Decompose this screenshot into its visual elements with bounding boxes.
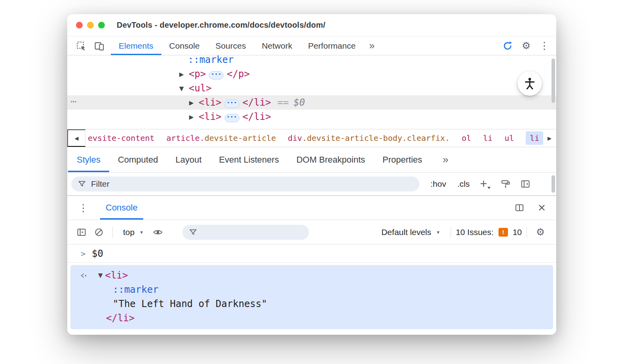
toggle-sidebar-button[interactable] — [521, 179, 530, 189]
inspect-icon — [76, 41, 86, 51]
toolbar-right-controls: ⚙ ⋮ — [498, 36, 556, 55]
accessibility-explorer-button[interactable] — [517, 71, 542, 96]
inline-expand-button[interactable]: ••• — [225, 114, 239, 122]
console-toolbar-right: Default levels ▼ 10 Issues: ! 10 ⚙ — [376, 227, 549, 238]
tab-sources[interactable]: Sources — [208, 36, 254, 55]
tab-network[interactable]: Network — [254, 36, 300, 55]
console-result-block[interactable]: ▼ <li> ::marker "The Left Hand of Darkne… — [70, 265, 553, 329]
expand-arrow-icon[interactable]: ▶ — [189, 96, 199, 110]
styles-toolbar: :hov .cls + — [67, 173, 556, 195]
clear-console-button[interactable] — [90, 224, 108, 240]
pseudo-element-label: ::marker — [188, 55, 234, 65]
eye-icon — [153, 227, 163, 237]
breadcrumb-item[interactable]: li — [483, 133, 493, 143]
console-settings-gear-icon[interactable]: ⚙ — [532, 227, 549, 237]
console-sidebar-button[interactable] — [73, 224, 90, 240]
console-toolbar: top ▼ Default levels ▼ — [67, 220, 556, 245]
console-evaluated-expression[interactable]: > $0 — [67, 245, 556, 263]
tab-dom-breakpoints[interactable]: DOM Breakpoints — [288, 147, 374, 172]
split-panel-icon — [515, 203, 524, 212]
toggle-hover-state-button[interactable]: :hov — [430, 179, 446, 189]
breadcrumb-scroll-left-icon[interactable]: ◀ — [67, 129, 85, 147]
accessibility-person-icon — [523, 77, 536, 90]
result-line-li-close[interactable]: </li> — [70, 311, 553, 325]
panel-tabs: Elements Console Sources Network Perform… — [111, 36, 380, 55]
tab-computed[interactable]: Computed — [109, 147, 167, 172]
result-line-text-node[interactable]: "The Left Hand of Darkness" — [70, 297, 553, 311]
breadcrumb-item-selected[interactable]: li — [526, 131, 543, 145]
collapse-arrow-icon[interactable]: ▼ — [98, 268, 103, 282]
screenshot-canvas: DevTools - developer.chrome.com/docs/dev… — [0, 0, 633, 364]
issues-count: 10 — [513, 228, 522, 237]
sync-icon — [502, 41, 513, 51]
dock-sidebar-icon — [521, 179, 530, 189]
breadcrumb-bar: ◀ evsite-content article.devsite-article… — [67, 129, 556, 147]
breadcrumb-item[interactable]: div.devsite-article-body.clearfix. — [288, 133, 450, 143]
tree-row-marker-pseudo[interactable]: ::marker — [67, 55, 556, 67]
filter-funnel-icon — [78, 180, 86, 188]
toggle-class-button[interactable]: .cls — [457, 179, 470, 189]
inspect-element-icon[interactable] — [72, 36, 90, 55]
create-live-expression-button[interactable] — [149, 224, 167, 240]
settings-gear-icon[interactable]: ⚙ — [517, 41, 535, 51]
device-toolbar-icon[interactable] — [90, 36, 108, 55]
drawer-tab-console[interactable]: Console — [100, 196, 143, 220]
rendering-emulation-button[interactable] — [501, 179, 510, 189]
tab-layout[interactable]: Layout — [167, 147, 210, 172]
breadcrumb-scroll-right-icon[interactable]: ▶ — [544, 130, 555, 146]
console-filter-input[interactable] — [202, 228, 303, 237]
issues-counter[interactable]: 10 Issues: ! 10 — [456, 228, 522, 237]
result-line-marker[interactable]: ::marker — [70, 282, 553, 297]
close-drawer-icon[interactable]: ✕ — [538, 203, 546, 213]
console-filter-field[interactable] — [182, 225, 309, 240]
issues-label: 10 Issues: — [456, 228, 494, 237]
new-style-rule-button[interactable]: + — [480, 178, 491, 190]
drawer-menu-icon[interactable]: ⋮ — [75, 196, 91, 220]
breadcrumb-item[interactable]: ul — [504, 133, 514, 143]
tree-row-ul[interactable]: ▼<ul> — [67, 81, 556, 95]
tab-elements[interactable]: Elements — [111, 36, 161, 55]
toolbar-divider — [527, 227, 527, 238]
inline-expand-button[interactable]: ••• — [209, 71, 224, 80]
styles-filter-input[interactable] — [91, 179, 413, 189]
tab-styles[interactable]: Styles — [68, 147, 109, 172]
tree-row-p[interactable]: ▶<p>•••</p> — [67, 67, 556, 81]
paint-roller-icon — [501, 179, 510, 189]
tab-console[interactable]: Console — [161, 36, 208, 55]
elements-scrollbar[interactable] — [552, 59, 555, 103]
tab-performance[interactable]: Performance — [300, 36, 364, 55]
expand-arrow-icon[interactable]: ▶ — [179, 67, 189, 82]
sync-extension-icon[interactable] — [498, 41, 517, 51]
breadcrumb-item[interactable]: ol — [462, 133, 471, 143]
evaluated-expression-text: $0 — [92, 248, 103, 259]
dom-tree: ::marker ▶<p>•••</p> ▼<ul> ⋯ ▶<li>•••</l… — [67, 55, 556, 124]
tab-properties[interactable]: Properties — [374, 147, 431, 172]
tree-row-li-selected[interactable]: ⋯ ▶<li>•••</li>==$0 — [67, 95, 556, 110]
tab-event-listeners[interactable]: Event Listeners — [210, 147, 288, 172]
console-ref-label: $0 — [294, 97, 305, 108]
split-panel-button[interactable] — [511, 200, 528, 216]
styles-filter-field[interactable] — [71, 176, 419, 191]
fullscreen-window-button[interactable] — [98, 22, 105, 28]
breadcrumb-item[interactable]: evsite-content — [88, 133, 155, 143]
breadcrumb-item[interactable]: article.devsite-article — [167, 133, 276, 143]
more-panels-icon[interactable]: » — [364, 36, 380, 55]
toolbar-divider — [451, 227, 451, 238]
styles-scrollbar[interactable] — [552, 175, 555, 193]
result-line-li-open[interactable]: ▼ <li> — [70, 268, 553, 282]
javascript-context-selector[interactable]: top ▼ — [118, 228, 149, 237]
device-icon — [94, 41, 104, 51]
inline-expand-button[interactable]: ••• — [225, 100, 239, 108]
clear-console-icon — [94, 228, 104, 237]
expand-arrow-icon[interactable]: ▶ — [189, 110, 199, 124]
window-titlebar: DevTools - developer.chrome.com/docs/dev… — [67, 14, 556, 36]
collapse-arrow-icon[interactable]: ▼ — [179, 82, 189, 96]
more-sidebar-tabs-icon[interactable]: » — [435, 147, 456, 172]
tree-row-li[interactable]: ▶<li>•••</li> — [67, 110, 556, 124]
log-levels-selector[interactable]: Default levels ▼ — [376, 228, 446, 237]
devtools-window: DevTools - developer.chrome.com/docs/dev… — [67, 14, 556, 335]
close-window-button[interactable] — [76, 22, 83, 28]
more-options-icon[interactable]: ⋮ — [536, 41, 553, 51]
minimize-window-button[interactable] — [87, 22, 94, 28]
issue-warning-icon: ! — [498, 228, 508, 237]
